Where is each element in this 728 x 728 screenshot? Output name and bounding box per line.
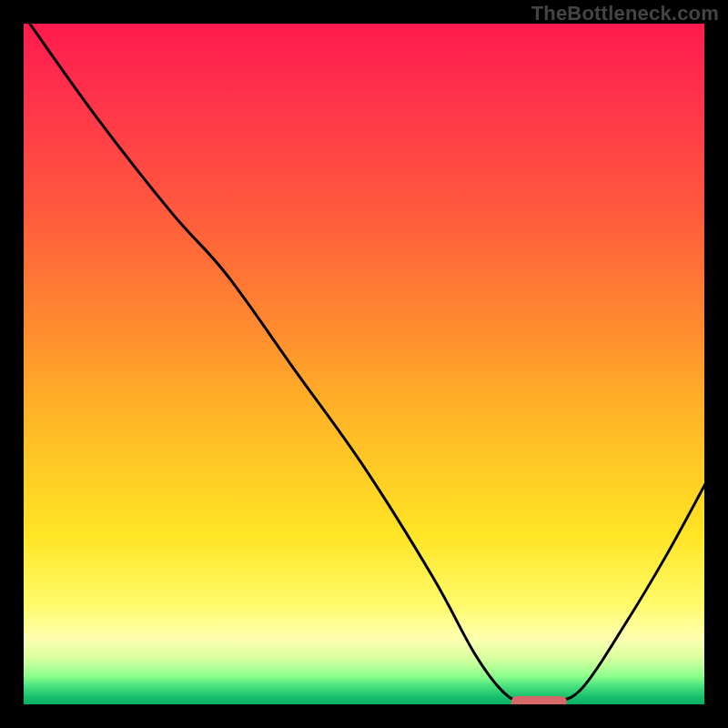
curve-svg — [21, 21, 707, 707]
optimal-marker — [511, 696, 566, 707]
chart-container: TheBottleneck.com — [0, 0, 728, 728]
bottleneck-curve — [28, 21, 707, 703]
watermark-text: TheBottleneck.com — [531, 2, 719, 25]
